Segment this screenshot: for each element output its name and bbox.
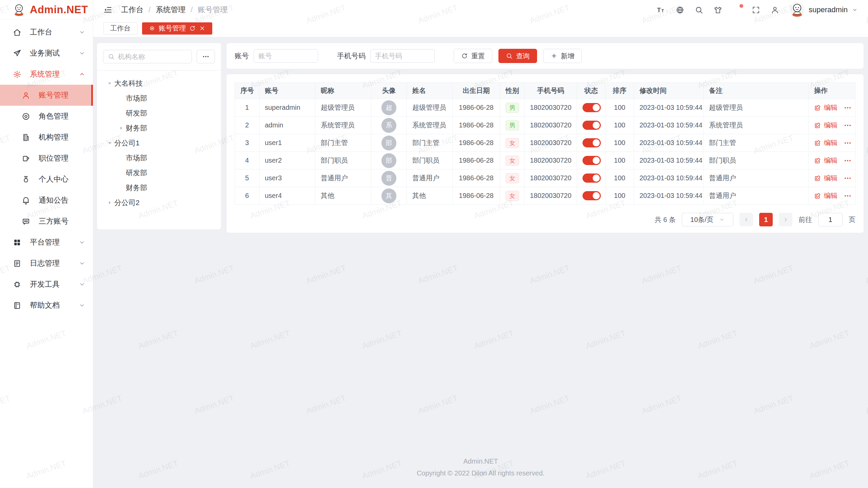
caret-down-icon[interactable] (105, 80, 114, 86)
sidebar-item-workbench[interactable]: 工作台 (0, 22, 93, 43)
status-toggle[interactable] (583, 156, 601, 165)
table-row: 3user1部门主管部部门主管1986-06-28女18020030720100… (235, 134, 855, 152)
more-icon[interactable] (844, 192, 852, 200)
sidebar-item-dev-tools[interactable]: 开发工具 (0, 274, 93, 295)
sidebar-item-platform-management[interactable]: 平台管理 (0, 232, 93, 253)
column-header: 手机号码 (525, 83, 577, 99)
edit-icon[interactable] (814, 192, 821, 199)
collapse-sidebar-icon[interactable] (103, 5, 112, 14)
current-page-button[interactable]: 1 (759, 213, 773, 226)
search-icon[interactable] (695, 6, 703, 14)
caret-right-icon[interactable] (105, 200, 114, 206)
cell-order: 100 (606, 99, 634, 117)
reset-button[interactable]: 重置 (454, 49, 492, 63)
account-input[interactable] (258, 52, 313, 60)
tree-node[interactable]: 大名科技 (103, 76, 215, 91)
next-page-button[interactable] (779, 213, 792, 226)
cell-gender: 男 (500, 99, 525, 117)
table-body: 1superadmin超级管理员超超级管理员1986-06-28男1802003… (235, 99, 855, 205)
goto-page-input[interactable] (818, 213, 843, 226)
chat-icon (22, 217, 30, 226)
cell-gender: 女 (500, 152, 525, 169)
tree-more-button[interactable] (197, 50, 215, 63)
refresh-icon[interactable] (189, 25, 196, 32)
sidebar-item-help-docs[interactable]: 帮助文档 (0, 295, 93, 316)
cell-birth: 1986-06-28 (453, 152, 500, 169)
edit-button[interactable]: 编辑 (824, 121, 837, 130)
edit-button[interactable]: 编辑 (824, 156, 837, 165)
tree-node[interactable]: 研发部 (103, 165, 215, 180)
language-icon[interactable] (676, 6, 684, 14)
edit-button[interactable]: 编辑 (824, 103, 837, 112)
close-icon[interactable] (199, 25, 205, 32)
breadcrumb-item[interactable]: 系统管理 (156, 5, 185, 15)
sidebar-item-log-management[interactable]: 日志管理 (0, 253, 93, 274)
status-toggle[interactable] (583, 191, 601, 200)
more-icon[interactable] (844, 157, 852, 165)
sidebar-item-personal-center[interactable]: 个人中心 (0, 169, 93, 190)
more-icon[interactable] (844, 139, 852, 147)
sidebar-item-business-test[interactable]: 业务测试 (0, 43, 93, 64)
edit-icon[interactable] (814, 175, 821, 182)
tree-node[interactable]: 分公司2 (103, 195, 215, 210)
tree-node[interactable]: 市场部 (103, 91, 215, 106)
more-icon[interactable] (844, 104, 852, 112)
tab-0[interactable]: 工作台 (103, 22, 137, 35)
sidebar-item-system-management[interactable]: 系统管理 (0, 64, 93, 85)
sidebar-item-notice-announcement[interactable]: 通知公告 (0, 190, 93, 211)
more-icon[interactable] (844, 121, 852, 129)
font-size-icon[interactable]: TT (657, 6, 665, 14)
tree-node-label: 分公司1 (114, 138, 140, 148)
tree-node[interactable]: 财务部 (103, 121, 215, 136)
edit-button[interactable]: 编辑 (824, 191, 837, 200)
tree-node[interactable]: 分公司1 (103, 136, 215, 150)
org-search-input[interactable] (118, 53, 187, 61)
breadcrumb-separator: / (191, 5, 193, 14)
fullscreen-icon[interactable] (752, 6, 760, 14)
status-toggle[interactable] (583, 121, 601, 130)
add-label: 新增 (561, 52, 574, 61)
gender-tag: 女 (506, 156, 519, 166)
column-header: 昵称 (315, 83, 371, 99)
svg-text:T: T (657, 6, 661, 13)
edit-icon[interactable] (814, 104, 821, 111)
status-toggle[interactable] (583, 103, 601, 112)
caret-right-icon[interactable] (117, 125, 126, 131)
cell-remark: 部门主管 (704, 134, 809, 152)
sidebar-item-position-management[interactable]: 职位管理 (0, 148, 93, 169)
edit-button[interactable]: 编辑 (824, 174, 837, 183)
tab-active[interactable]: 账号管理 (142, 22, 212, 35)
more-icon[interactable] (844, 174, 852, 182)
divider (97, 70, 221, 70)
logo[interactable]: Admin.NET (0, 0, 93, 20)
profile-icon[interactable] (771, 6, 779, 14)
notification-icon[interactable] (733, 6, 741, 14)
grid-icon (13, 238, 21, 247)
caret-down-icon[interactable] (105, 140, 114, 146)
edit-icon[interactable] (814, 139, 821, 146)
cell-birth: 1986-06-28 (453, 134, 500, 152)
sidebar-item-third-party-account[interactable]: 三方账号 (0, 211, 93, 232)
breadcrumb-item[interactable]: 工作台 (121, 5, 143, 15)
tree-node[interactable]: 市场部 (103, 150, 215, 165)
edit-icon[interactable] (814, 122, 821, 129)
tree-node[interactable]: 财务部 (103, 180, 215, 195)
page-size-select[interactable]: 10条/页 (682, 213, 733, 226)
sidebar-item-org-management[interactable]: 机构管理 (0, 127, 93, 148)
sidebar-item-account-management[interactable]: 账号管理 (0, 85, 93, 106)
edit-icon[interactable] (814, 157, 821, 164)
status-toggle[interactable] (583, 138, 601, 147)
prev-page-button[interactable] (739, 213, 753, 226)
cell-avatar: 普 (371, 169, 407, 187)
breadcrumb: 工作台/系统管理/账号管理 (121, 5, 228, 15)
user-menu[interactable]: superadmin (790, 2, 858, 17)
phone-input[interactable] (375, 52, 430, 60)
search-button[interactable]: 查询 (498, 49, 537, 63)
tree-node[interactable]: 研发部 (103, 106, 215, 121)
edit-button[interactable]: 编辑 (824, 138, 837, 147)
theme-icon[interactable] (714, 6, 722, 14)
cell-nickname: 其他 (315, 187, 371, 205)
sidebar-item-role-management[interactable]: 角色管理 (0, 106, 93, 127)
add-button[interactable]: 新增 (543, 49, 582, 63)
status-toggle[interactable] (583, 174, 601, 183)
